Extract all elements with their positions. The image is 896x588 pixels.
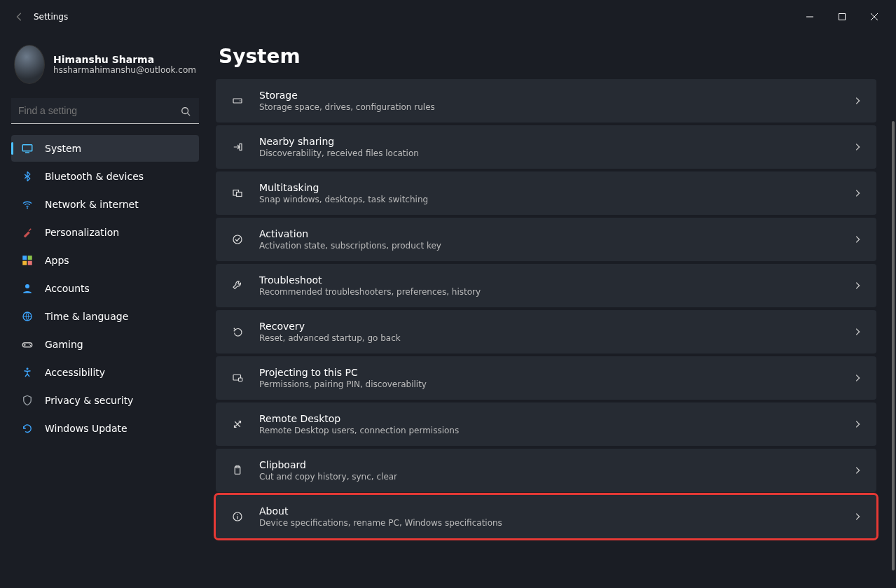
setting-item-projecting-to-this-pc[interactable]: Projecting to this PCPermissions, pairin… — [216, 356, 876, 400]
setting-item-desc: Recommended troubleshooters, preferences… — [259, 287, 839, 297]
window-title: Settings — [34, 12, 68, 22]
setting-item-desc: Permissions, pairing PIN, discoverabilit… — [259, 379, 839, 389]
back-button[interactable] — [6, 12, 34, 22]
setting-item-title: Troubleshoot — [259, 274, 839, 286]
bluetooth-icon — [21, 170, 34, 183]
svg-point-22 — [240, 100, 241, 102]
search-input[interactable] — [11, 98, 199, 124]
setting-item-title: Clipboard — [259, 459, 839, 470]
nav-item-privacy-security[interactable]: Privacy & security — [11, 387, 199, 414]
nav-item-personalization[interactable]: Personalization — [11, 219, 199, 246]
nav-item-label: Personalization — [45, 227, 119, 238]
setting-item-desc: Reset, advanced startup, go back — [259, 333, 839, 343]
chevron-right-icon — [853, 281, 862, 290]
setting-item-desc: Remote Desktop users, connection permiss… — [259, 426, 839, 435]
setting-item-title: Recovery — [259, 321, 839, 332]
maximize-button[interactable] — [826, 6, 858, 28]
main-content: System StorageStorage space, drives, con… — [210, 34, 896, 588]
svg-point-16 — [29, 344, 30, 345]
nav-item-accessibility[interactable]: Accessibility — [11, 359, 199, 386]
nav-item-apps[interactable]: Apps — [11, 247, 199, 274]
nav-item-label: Gaming — [45, 339, 83, 350]
info-icon — [230, 509, 245, 524]
svg-line-5 — [188, 113, 191, 115]
svg-point-20 — [27, 368, 29, 370]
nav-item-label: Network & internet — [45, 199, 139, 210]
setting-item-desc: Activation state, subscriptions, product… — [259, 241, 839, 251]
setting-item-desc: Discoverability, received files location — [259, 148, 839, 158]
accessibility-icon — [21, 366, 34, 379]
nav-item-network-internet[interactable]: Network & internet — [11, 191, 199, 218]
setting-item-title: Storage — [259, 90, 839, 101]
scrollbar[interactable] — [892, 70, 895, 581]
nav-item-label: System — [45, 143, 81, 154]
nav-item-label: Privacy & security — [45, 395, 133, 406]
nav-item-gaming[interactable]: Gaming — [11, 331, 199, 358]
svg-rect-23 — [240, 144, 242, 150]
recovery-icon — [230, 324, 245, 340]
update-icon — [21, 422, 34, 435]
globe-clock-icon — [21, 310, 34, 323]
user-block[interactable]: Himanshu Sharma hssharmahimanshu@outlook… — [11, 39, 199, 95]
svg-rect-10 — [28, 255, 32, 260]
close-button[interactable] — [858, 6, 890, 28]
setting-item-title: Activation — [259, 228, 839, 239]
titlebar: Settings — [0, 0, 896, 34]
svg-point-13 — [25, 284, 29, 288]
setting-item-desc: Snap windows, desktops, task switching — [259, 195, 839, 204]
chevron-right-icon — [853, 465, 862, 475]
setting-item-remote-desktop[interactable]: Remote DesktopRemote Desktop users, conn… — [216, 402, 876, 446]
svg-rect-9 — [22, 255, 27, 260]
minimize-button[interactable] — [794, 6, 826, 28]
shield-icon — [21, 394, 34, 407]
svg-rect-25 — [237, 192, 242, 197]
svg-point-8 — [27, 207, 28, 209]
nav-item-label: Apps — [45, 255, 69, 266]
setting-item-title: Remote Desktop — [259, 413, 839, 424]
multitask-icon — [230, 186, 245, 201]
chevron-right-icon — [853, 188, 862, 198]
setting-item-troubleshoot[interactable]: TroubleshootRecommended troubleshooters,… — [216, 264, 876, 307]
check-icon — [230, 232, 245, 247]
nav-item-windows-update[interactable]: Windows Update — [11, 415, 199, 442]
setting-item-activation[interactable]: ActivationActivation state, subscription… — [216, 218, 876, 261]
setting-item-storage[interactable]: StorageStorage space, drives, configurat… — [216, 79, 876, 122]
nav-item-system[interactable]: System — [11, 135, 199, 162]
chevron-right-icon — [853, 234, 862, 244]
chevron-right-icon — [853, 373, 862, 383]
user-name: Himanshu Sharma — [53, 54, 196, 65]
page-heading: System — [219, 45, 879, 68]
setting-item-desc: Cut and copy history, sync, clear — [259, 472, 839, 482]
svg-rect-28 — [239, 378, 242, 382]
scrollbar-thumb[interactable] — [892, 121, 895, 570]
clipboard-icon — [230, 463, 245, 478]
setting-item-title: Projecting to this PC — [259, 367, 839, 378]
nav-item-accounts[interactable]: Accounts — [11, 275, 199, 302]
project-icon — [230, 370, 245, 386]
nav-item-time-language[interactable]: Time & language — [11, 303, 199, 330]
svg-point-26 — [233, 235, 242, 244]
svg-rect-6 — [22, 145, 32, 151]
setting-item-about[interactable]: AboutDevice specifications, rename PC, W… — [216, 495, 876, 538]
wifi-icon — [21, 198, 34, 211]
sidebar: Himanshu Sharma hssharmahimanshu@outlook… — [0, 34, 210, 588]
chevron-right-icon — [853, 512, 862, 522]
chevron-right-icon — [853, 419, 862, 429]
setting-item-desc: Device specifications, rename PC, Window… — [259, 518, 839, 528]
setting-item-title: Nearby sharing — [259, 136, 839, 147]
display-icon — [21, 142, 34, 155]
svg-point-17 — [30, 345, 32, 346]
wrench-icon — [230, 278, 245, 293]
search-icon — [181, 106, 191, 116]
setting-item-multitasking[interactable]: MultitaskingSnap windows, desktops, task… — [216, 172, 876, 215]
nav-item-bluetooth-devices[interactable]: Bluetooth & devices — [11, 163, 199, 190]
search-container — [11, 98, 199, 124]
setting-item-nearby-sharing[interactable]: Nearby sharingDiscoverability, received … — [216, 125, 876, 169]
settings-list: StorageStorage space, drives, configurat… — [216, 79, 879, 538]
gamepad-icon — [21, 338, 34, 351]
avatar — [14, 45, 45, 84]
share-icon — [230, 139, 245, 155]
setting-item-recovery[interactable]: RecoveryReset, advanced startup, go back — [216, 310, 876, 354]
setting-item-clipboard[interactable]: ClipboardCut and copy history, sync, cle… — [216, 449, 876, 492]
setting-item-title: About — [259, 505, 839, 517]
